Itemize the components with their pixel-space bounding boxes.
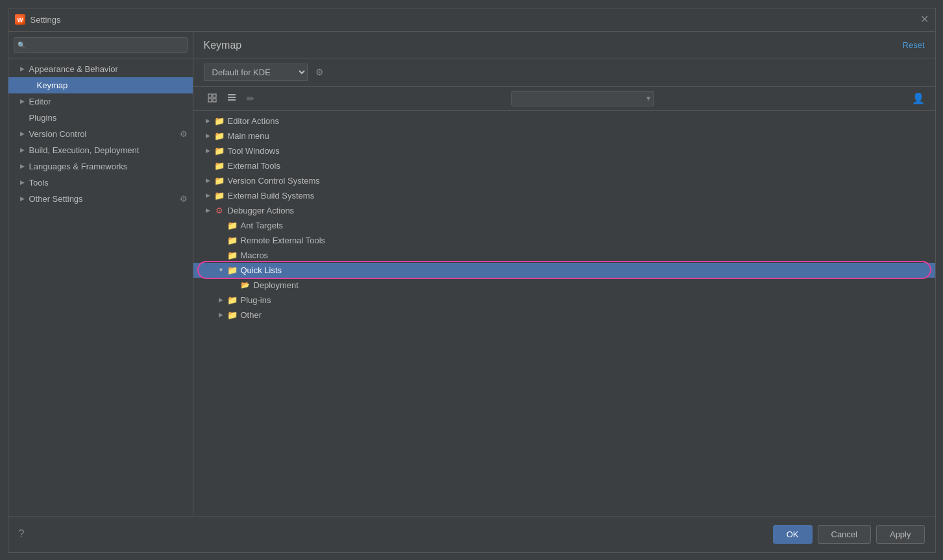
arrow-icon: ▶ [19, 178, 27, 186]
apply-button[interactable]: Apply [876, 525, 925, 544]
sidebar-item-appearance[interactable]: ▶ Appearance & Behavior [8, 61, 193, 77]
folder-vcs-icon: 📁 [214, 176, 225, 186]
svg-rect-6 [228, 97, 236, 98]
svg-rect-5 [213, 99, 216, 102]
filter-dropdown-icon: ▼ [645, 95, 652, 102]
titlebar-left: W Settings [15, 14, 61, 25]
folder-small-icon: 📂 [240, 281, 251, 289]
folder-icon: 📁 [214, 116, 225, 126]
arrow-icon: ▶ [19, 130, 27, 138]
keymap-dropdown[interactable]: Default for KDE [204, 64, 308, 81]
folder-icon: 📁 [227, 295, 238, 305]
filter-input[interactable] [511, 91, 654, 106]
tree-arrow-icon: ▶ [204, 117, 213, 124]
main-header: Keymap Reset [193, 32, 935, 58]
tree-item-deployment[interactable]: 📂 Deployment [193, 278, 935, 293]
folder-icon: 📁 [227, 236, 238, 245]
tree-arrow-icon: ▶ [217, 297, 226, 303]
content-area: ▶ Appearance & Behavior Keymap ▶ Editor … [8, 32, 935, 516]
folder-icon: 📁 [214, 161, 225, 171]
tree-item-quick-lists[interactable]: ▼ 📁 Quick Lists [193, 263, 935, 278]
badge-icon: ⚙ [180, 194, 188, 204]
main-panel: Keymap Reset Default for KDE ⚙ [193, 32, 935, 516]
arrow-icon: ▶ [19, 65, 27, 73]
arrow-icon: ▶ [19, 97, 27, 105]
sidebar-item-languages[interactable]: ▶ Languages & Frameworks [8, 158, 193, 175]
svg-rect-2 [208, 94, 212, 97]
help-button[interactable]: ? [19, 528, 25, 540]
tree-item-editor-actions[interactable]: ▶ 📁 Editor Actions [193, 114, 935, 128]
tree-arrow-icon: ▼ [217, 267, 226, 273]
folder-icon: 📁 [227, 265, 238, 275]
footer-buttons: OK Cancel Apply [773, 525, 925, 544]
folder-icon: 📁 [214, 146, 225, 156]
app-icon: W [15, 14, 25, 25]
svg-text:W: W [17, 17, 23, 23]
expand-all-button[interactable] [204, 91, 221, 106]
settings-window: W Settings ✕ ▶ Appearance & Behavior [8, 8, 936, 553]
svg-rect-3 [213, 94, 216, 97]
sidebar-item-editor[interactable]: ▶ Editor [8, 93, 193, 110]
sidebar-item-other-settings[interactable]: ▶ Other Settings ⚙ [8, 191, 193, 207]
panel-title: Keymap [204, 40, 242, 51]
tree-item-tool-windows[interactable]: ▶ 📁 Tool Windows [193, 143, 935, 158]
tree-arrow-icon: ▶ [204, 192, 213, 199]
close-button[interactable]: ✕ [920, 14, 929, 25]
arrow-icon [19, 114, 27, 121]
collapse-all-button[interactable] [223, 91, 240, 106]
folder-icon: 📁 [214, 131, 225, 141]
action-toolbar: ✏ ▼ 👤 [193, 87, 935, 111]
tree-item-macros[interactable]: 📁 Macros [193, 248, 935, 263]
sidebar-search-wrap [14, 37, 188, 53]
sidebar-item-plugins[interactable]: Plugins [8, 110, 193, 126]
folder-debug-icon: ⚙ [214, 206, 225, 215]
tree-item-main-menu[interactable]: ▶ 📁 Main menu [193, 128, 935, 143]
sidebar: ▶ Appearance & Behavior Keymap ▶ Editor … [8, 32, 193, 516]
action-toolbar-left: ✏ [204, 91, 258, 106]
sidebar-item-build[interactable]: ▶ Build, Execution, Deployment [8, 142, 193, 158]
sidebar-item-version-control[interactable]: ▶ Version Control ⚙ [8, 126, 193, 142]
svg-rect-4 [208, 99, 212, 102]
keymap-toolbar: Default for KDE ⚙ [193, 58, 935, 87]
svg-rect-8 [228, 94, 236, 95]
tree-view: ▶ 📁 Editor Actions ▶ 📁 Main menu ▶ 📁 Too… [193, 111, 935, 516]
tree-arrow-icon: ▶ [204, 207, 213, 213]
tree-item-vcs[interactable]: ▶ 📁 Version Control Systems [193, 173, 935, 188]
tree-arrow-icon: ▶ [217, 311, 226, 318]
folder-icon: 📁 [227, 250, 238, 260]
sidebar-item-keymap[interactable]: Keymap [8, 77, 193, 93]
footer: ? OK Cancel Apply [8, 516, 935, 552]
sidebar-item-tools[interactable]: ▶ Tools [8, 175, 193, 191]
person-icon: 👤 [912, 92, 925, 104]
highlight-circle [197, 261, 931, 279]
ok-button[interactable]: OK [773, 525, 813, 544]
search-field-wrap: ▼ [511, 91, 654, 106]
badge-icon: ⚙ [180, 129, 188, 139]
folder-icon: 📁 [227, 310, 238, 320]
sidebar-items: ▶ Appearance & Behavior Keymap ▶ Editor … [8, 58, 193, 210]
tree-arrow-icon: ▶ [204, 132, 213, 139]
tree-item-remote-external-tools[interactable]: 📁 Remote External Tools [193, 233, 935, 248]
window-title: Settings [31, 15, 61, 25]
folder-icon: 📁 [227, 221, 238, 230]
tree-arrow-icon: ▶ [204, 147, 213, 154]
arrow-icon: ▶ [19, 162, 27, 170]
sidebar-search-input[interactable] [14, 37, 188, 53]
tree-item-other[interactable]: ▶ 📁 Other [193, 308, 935, 323]
tree-item-external-tools[interactable]: 📁 External Tools [193, 158, 935, 173]
keymap-gear-button[interactable]: ⚙ [315, 67, 324, 77]
sidebar-search-bar [8, 32, 193, 58]
tree-item-plug-ins[interactable]: ▶ 📁 Plug-ins [193, 293, 935, 308]
arrow-icon: ▶ [19, 195, 27, 202]
tree-item-ant-targets[interactable]: 📁 Ant Targets [193, 218, 935, 233]
tree-item-external-build[interactable]: ▶ 📁 External Build Systems [193, 188, 935, 203]
edit-button[interactable]: ✏ [243, 91, 258, 106]
titlebar: W Settings ✕ [8, 8, 935, 32]
svg-rect-7 [228, 99, 236, 101]
cancel-button[interactable]: Cancel [818, 525, 871, 544]
reset-button[interactable]: Reset [903, 40, 925, 50]
tree-item-debugger[interactable]: ▶ ⚙ Debugger Actions [193, 203, 935, 218]
arrow-icon: ▶ [19, 146, 27, 154]
folder-build-icon: 📁 [214, 191, 225, 201]
arrow-icon [27, 81, 34, 89]
